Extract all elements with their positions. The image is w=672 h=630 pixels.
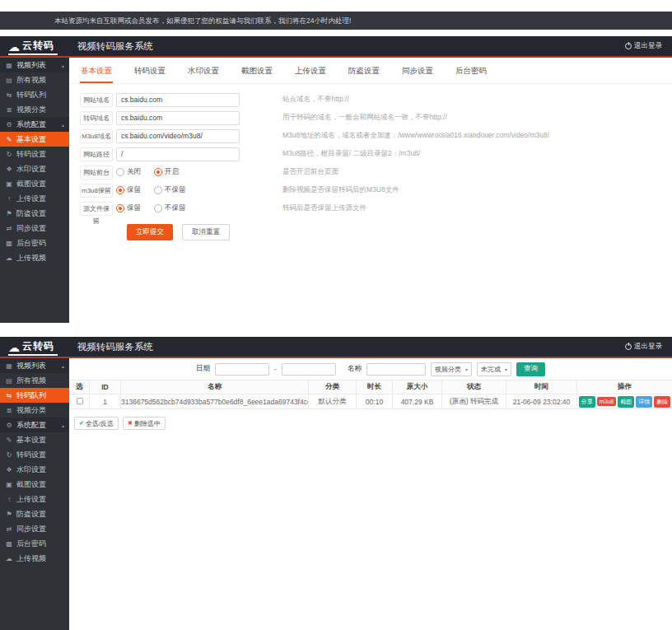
sidebar-item-转码设置[interactable]: ↻转码设置 [0, 447, 69, 462]
sidebar-item-基本设置[interactable]: ✎基本设置 [0, 432, 69, 447]
sidebar-group-系统配置[interactable]: ⚙系统配置▴ [0, 418, 69, 432]
radio-源文件保留-保留[interactable]: 保留 [116, 203, 141, 213]
date-to-input[interactable] [282, 363, 336, 376]
sidebar-item-label: 防盗设置 [16, 509, 46, 520]
batch-icon: ✖ [128, 420, 133, 427]
sidebar-item-label: 同步设置 [16, 524, 46, 534]
sidebar-item-所有视频[interactable]: ▤所有视频 [0, 72, 69, 87]
sidebar-item-icon: ↻ [5, 151, 13, 158]
logo-text: 云转码 [22, 39, 54, 53]
radio-m3u8保留-保留[interactable]: 保留 [116, 185, 141, 195]
batch-button-全选/反选[interactable]: ✔全选/反选 [74, 417, 119, 430]
tab-基本设置[interactable]: 基本设置 [80, 63, 113, 83]
logout-button[interactable]: 退出登录 [625, 41, 662, 51]
sidebar-item-同步设置[interactable]: ⇄同步设置 [0, 221, 69, 236]
reset-button[interactable]: 取消重置 [182, 224, 230, 240]
batch-button-删除选中[interactable]: ✖删除选中 [123, 417, 166, 430]
sidebar-item-转码队列[interactable]: ⇆转码队列 [0, 87, 69, 102]
sidebar-item-上传视频[interactable]: ☁上传视频 [0, 551, 69, 566]
group-icon: ▦ [5, 62, 13, 69]
sidebar-group-视频列表[interactable]: ▦视频列表▴ [0, 358, 69, 373]
date-from-input[interactable] [215, 363, 269, 376]
submit-button[interactable]: 立即提交 [127, 224, 173, 240]
radio-m3u8保留-不保留[interactable]: 不保留 [154, 185, 186, 195]
sidebar-item-icon: ▤ [5, 377, 13, 385]
sidebar-item-label: 转码队列 [16, 390, 46, 401]
sidebar-item-视频分类[interactable]: ≣视频分类 [0, 102, 69, 117]
radio-源文件保留-不保留[interactable]: 不保留 [154, 203, 186, 213]
filter-bar: 日期 - 名称 视频分类 ▾ 未完成 ▾ 查询 [69, 358, 672, 380]
radio-label: 关闭 [127, 167, 141, 177]
radio-网站前台-关闭[interactable]: 关闭 [116, 167, 141, 177]
tab-上传设置[interactable]: 上传设置 [294, 63, 327, 83]
caret-up-icon: ▴ [62, 63, 64, 68]
input-转码域名[interactable] [116, 111, 240, 125]
sidebar-item-上传设置[interactable]: ↑上传设置 [0, 492, 69, 506]
sidebar-item-后台密码[interactable]: ▩后台密码 [0, 236, 69, 250]
power-icon [625, 343, 632, 350]
sidebar-item-水印设置[interactable]: ❖水印设置 [0, 462, 69, 477]
sidebar-item-label: 基本设置 [16, 134, 46, 145]
sidebar-item-水印设置[interactable]: ❖水印设置 [0, 161, 69, 176]
sidebar-item-label: 上传视频 [16, 553, 46, 564]
category-select[interactable]: 视频分类 ▾ [431, 362, 472, 376]
logo-2[interactable]: ☁ 云转码 [8, 338, 58, 356]
action-button-详情[interactable]: 详情 [636, 396, 652, 408]
cell-duration: 00:10 [357, 394, 393, 409]
action-button-m3u8[interactable]: m3u8 [597, 397, 617, 406]
logout-button[interactable]: 退出登录 [625, 342, 662, 352]
search-button[interactable]: 查询 [516, 362, 545, 376]
radio-网站前台-开启[interactable]: 开启 [154, 167, 179, 177]
input-网站域名[interactable] [116, 93, 240, 107]
action-button-分享[interactable]: 分享 [579, 396, 595, 408]
action-button-截图[interactable]: 截图 [618, 396, 634, 408]
tab-水印设置[interactable]: 水印设置 [187, 63, 220, 83]
sidebar-item-同步设置[interactable]: ⇄同步设置 [0, 521, 69, 536]
form-row-网站域名: 网站域名站点域名，不带http:// [80, 92, 672, 107]
group-icon: ▦ [5, 362, 13, 370]
status-select[interactable]: 未完成 ▾ [477, 362, 511, 376]
tab-防盗设置[interactable]: 防盗设置 [348, 63, 380, 83]
sidebar-item-转码队列[interactable]: ⇆转码队列 [0, 388, 69, 403]
sidebar-group-视频列表[interactable]: ▦视频列表▴ [0, 58, 69, 72]
sidebar-group-label: 视频列表 [16, 60, 46, 71]
sidebar-item-label: 上传设置 [16, 194, 46, 204]
sidebar-item-后台密码[interactable]: ▩后台密码 [0, 536, 69, 551]
sidebar-item-转码设置[interactable]: ↻转码设置 [0, 147, 69, 161]
input-M3u8域名[interactable] [116, 129, 240, 143]
sidebar-item-防盗设置[interactable]: ⚑防盗设置 [0, 206, 69, 221]
sidebar-item-上传设置[interactable]: ↑上传设置 [0, 191, 69, 206]
sidebar-item-label: 后台密码 [16, 238, 46, 249]
sidebar-item-截图设置[interactable]: ▣截图设置 [0, 176, 69, 191]
sidebar-item-截图设置[interactable]: ▣截图设置 [0, 477, 69, 492]
tab-转码设置[interactable]: 转码设置 [133, 63, 166, 83]
sidebar: ▦视频列表▴▤所有视频⇆转码队列≣视频分类⚙系统配置▴✎基本设置↻转码设置❖水印… [0, 58, 69, 323]
sidebar-item-icon: ⇄ [5, 225, 13, 232]
sidebar-item-基本设置[interactable]: ✎基本设置 [0, 132, 69, 147]
cloud-logo-icon: ☁ [8, 342, 20, 353]
radio-label: 不保留 [165, 203, 186, 213]
tab-后台密码[interactable]: 后台密码 [455, 63, 488, 83]
cell-size: 407.29 KB [393, 394, 442, 409]
column-header-操作: 操作 [577, 380, 672, 394]
tab-同步设置[interactable]: 同步设置 [401, 63, 434, 83]
radio-label: 保留 [127, 185, 141, 195]
sidebar-item-所有视频[interactable]: ▤所有视频 [0, 373, 69, 388]
status-select-value: 未完成 [481, 365, 501, 374]
logo[interactable]: ☁ 云转码 [8, 38, 58, 55]
sidebar-item-视频分类[interactable]: ≣视频分类 [0, 403, 69, 418]
sidebar-item-label: 防盗设置 [16, 208, 46, 219]
table-row: 13136675d562bcb74d933ba577b0e6df8_6eee1a… [70, 394, 672, 409]
sidebar-item-防盗设置[interactable]: ⚑防盗设置 [0, 506, 69, 521]
action-button-删除[interactable]: 删除 [654, 396, 670, 408]
sidebar-item-label: 转码设置 [16, 450, 46, 460]
input-网站路径[interactable] [116, 147, 240, 161]
sidebar-group-系统配置[interactable]: ⚙系统配置▴ [0, 117, 69, 132]
column-header-名称: 名称 [121, 380, 309, 394]
name-filter-input[interactable] [366, 363, 426, 376]
sidebar-item-上传视频[interactable]: ☁上传视频 [0, 250, 69, 265]
row-checkbox[interactable] [77, 398, 83, 404]
tab-截图设置[interactable]: 截图设置 [240, 63, 273, 83]
radio-icon [154, 204, 162, 212]
panel-settings: ☁ 云转码 视频转码服务系统 退出登录 ▦视频列表▴▤所有视频⇆转码队列≣视频分… [0, 36, 672, 323]
